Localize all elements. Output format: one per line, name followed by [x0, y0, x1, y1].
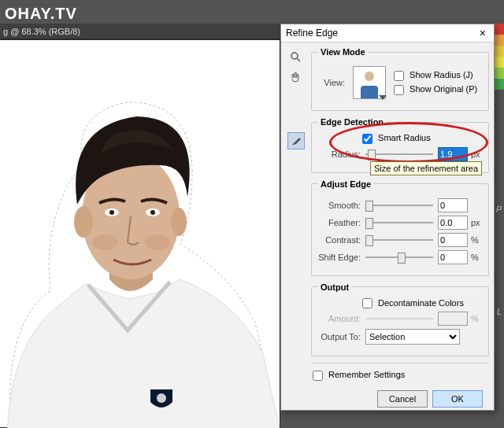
svg-point-0 — [157, 393, 166, 403]
svg-point-2 — [74, 206, 93, 238]
shift-edge-slider[interactable] — [365, 252, 433, 263]
svg-point-5 — [109, 210, 114, 215]
output-to-label: Output To: — [318, 332, 361, 341]
contrast-input[interactable] — [438, 233, 468, 247]
shift-edge-label: Shift Edge: — [318, 253, 361, 262]
smooth-input[interactable] — [438, 198, 468, 212]
side-panel-label: L — [497, 307, 502, 316]
side-panel-label: P — [496, 205, 502, 214]
feather-input[interactable] — [438, 216, 468, 230]
output-group: Output Decontaminate Colors Amount: % Ou… — [311, 282, 489, 357]
amount-unit: % — [471, 314, 482, 323]
hand-tool-icon[interactable] — [287, 69, 303, 85]
adjust-edge-group: Adjust Edge Smooth: Feather: px Contrast… — [311, 179, 489, 276]
shift-edge-unit: % — [471, 253, 482, 262]
contrast-unit: % — [471, 235, 482, 245]
contrast-label: Contrast: — [318, 235, 361, 245]
view-label: View: — [318, 78, 345, 87]
svg-point-10 — [291, 53, 298, 59]
view-mode-group: View Mode View: Show Radius (J) Show Ori… — [311, 47, 489, 111]
radius-unit: px — [471, 149, 482, 159]
svg-point-7 — [150, 210, 155, 215]
watermark: OHAY.TV — [5, 5, 77, 23]
remember-settings-checkbox[interactable]: Remember Settings — [313, 370, 405, 379]
refine-brush-tool-icon[interactable] — [287, 132, 305, 149]
decontaminate-checkbox[interactable]: Decontaminate Colors — [362, 298, 464, 308]
dialog-title: Refine Edge — [286, 24, 338, 42]
smooth-label: Smooth: — [318, 201, 361, 210]
amount-slider — [365, 313, 433, 324]
adjust-edge-legend: Adjust Edge — [318, 179, 373, 189]
svg-line-11 — [297, 58, 300, 61]
feather-label: Feather: — [318, 218, 361, 227]
output-legend: Output — [318, 282, 351, 292]
svg-point-3 — [171, 208, 187, 236]
svg-point-9 — [145, 234, 170, 250]
smooth-slider[interactable] — [365, 200, 433, 211]
divider — [311, 363, 489, 363]
smart-radius-checkbox[interactable]: Smart Radius — [362, 133, 431, 142]
feather-unit: px — [471, 218, 482, 227]
show-radius-checkbox[interactable]: Show Radius (J) — [394, 70, 477, 81]
show-original-checkbox[interactable]: Show Original (P) — [394, 84, 477, 95]
radius-slider[interactable] — [365, 149, 433, 160]
svg-point-8 — [93, 234, 118, 250]
contrast-slider[interactable] — [365, 234, 433, 245]
shift-edge-input[interactable] — [438, 250, 468, 264]
canvas-image — [0, 39, 280, 428]
amount-label: Amount: — [318, 314, 361, 323]
feather-slider[interactable] — [365, 217, 433, 228]
edge-detection-group: Edge Detection Smart Radius Radius: px S… — [311, 117, 489, 173]
cancel-button[interactable]: Cancel — [377, 390, 428, 408]
radius-input[interactable] — [438, 147, 468, 161]
close-icon[interactable]: × — [476, 24, 489, 42]
view-mode-legend: View Mode — [318, 47, 368, 57]
dialog-titlebar[interactable]: Refine Edge × — [281, 24, 494, 42]
zoom-tool-icon[interactable] — [287, 49, 303, 65]
chevron-down-icon — [379, 95, 387, 100]
radius-label: Radius: — [318, 149, 361, 159]
output-to-select[interactable]: Selection — [365, 329, 460, 345]
tooltip: Size of the refinement area — [370, 161, 482, 175]
ok-button[interactable]: OK — [432, 390, 483, 408]
edge-detection-legend: Edge Detection — [318, 117, 386, 127]
view-mode-thumbnail[interactable] — [353, 66, 386, 99]
refine-edge-dialog: Refine Edge × View Mode View: — [280, 24, 495, 411]
document-title: g @ 68.3% (RGB/8) — [0, 24, 284, 39]
amount-input — [438, 312, 468, 326]
canvas[interactable] — [0, 39, 280, 428]
